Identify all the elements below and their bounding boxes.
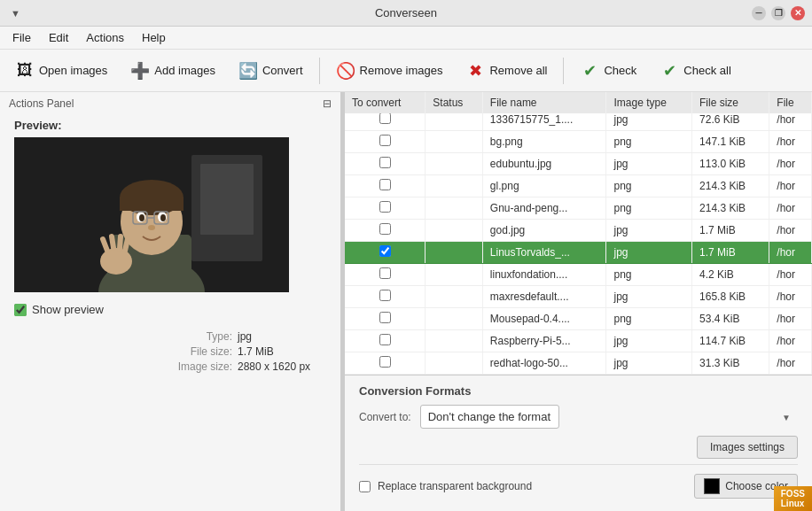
format-select[interactable]: Don't change the format JPG PNG GIF BMP … — [420, 405, 559, 429]
convert-to-row: Convert to: Don't change the format JPG … — [359, 405, 798, 429]
minimize-button[interactable]: ─ — [752, 6, 766, 20]
row-file-path: /hor — [769, 330, 812, 352]
menu-actions[interactable]: Actions — [77, 28, 133, 47]
row-file-path: /hor — [769, 197, 812, 220]
row-filename: bg.png — [482, 131, 606, 153]
table-row[interactable]: linuxfondation....png4.2 KiB/hor — [345, 264, 812, 286]
row-status — [426, 264, 483, 286]
row-checkbox[interactable] — [379, 223, 391, 235]
table-row[interactable]: redhat-logo-50...jpg31.3 KiB/hor — [345, 352, 812, 375]
row-filename: redhat-logo-50... — [482, 352, 606, 375]
row-image-type: jpg — [606, 153, 692, 175]
add-images-icon: ➕ — [130, 61, 150, 81]
row-status — [426, 131, 483, 153]
row-checkbox-cell[interactable] — [345, 197, 426, 220]
images-settings-row: Images settings — [359, 436, 798, 459]
row-file-size: 1.7 MiB — [692, 220, 769, 242]
menu-help[interactable]: Help — [133, 28, 175, 47]
preview-canvas — [14, 137, 289, 292]
row-checkbox-cell[interactable] — [345, 286, 426, 308]
col-file-size: File size — [692, 92, 769, 114]
svg-line-20 — [120, 236, 121, 249]
row-status — [426, 242, 483, 264]
check-label: Check — [604, 64, 636, 77]
images-settings-button[interactable]: Images settings — [697, 436, 798, 459]
convert-button[interactable]: 🔄 Convert — [229, 54, 313, 88]
row-checkbox-cell[interactable] — [345, 264, 426, 286]
table-row[interactable]: bg.pngpng147.1 KiB/hor — [345, 131, 812, 153]
file-table-container[interactable]: To convert Status File name Image type F… — [345, 92, 812, 375]
row-checkbox[interactable] — [379, 245, 391, 257]
row-checkbox-cell[interactable] — [345, 175, 426, 197]
watermark: FOSSLinux — [774, 486, 812, 511]
open-images-button[interactable]: 🖼 Open images — [5, 54, 117, 88]
row-checkbox-cell[interactable] — [345, 131, 426, 153]
row-checkbox[interactable] — [379, 179, 391, 190]
row-checkbox-cell[interactable] — [345, 242, 426, 264]
preview-label: Preview: — [0, 115, 340, 137]
row-file-path: /hor — [769, 286, 812, 308]
table-row[interactable]: Mousepad-0.4....png53.4 KiB/hor — [345, 308, 812, 330]
row-filename: Mousepad-0.4.... — [482, 308, 606, 330]
row-checkbox[interactable] — [379, 157, 391, 168]
row-checkbox-cell[interactable] — [345, 308, 426, 330]
row-file-path: /hor — [769, 352, 812, 375]
row-status — [426, 286, 483, 308]
row-file-size: 113.0 KiB — [692, 153, 769, 175]
row-file-size: 165.8 KiB — [692, 286, 769, 308]
table-row[interactable]: god.jpgjpg1.7 MiB/hor — [345, 220, 812, 242]
row-checkbox[interactable] — [379, 356, 391, 368]
title-bar: ▼ Converseen ─ ❐ ✕ — [0, 0, 812, 27]
row-checkbox[interactable] — [379, 201, 391, 213]
row-filename: LinusTorvalds_... — [482, 242, 606, 264]
row-file-size: 147.1 KiB — [692, 131, 769, 153]
row-image-type: jpg — [606, 286, 692, 308]
col-file: File — [769, 92, 812, 114]
row-status — [426, 197, 483, 220]
table-row[interactable]: Gnu-and-peng...png214.3 KiB/hor — [345, 197, 812, 220]
svg-rect-8 — [120, 197, 183, 211]
row-checkbox[interactable] — [379, 312, 391, 323]
show-preview-checkbox[interactable] — [14, 304, 27, 316]
filesize-label: File size: — [170, 345, 232, 358]
filesize-value: 1.7 MiB — [238, 345, 326, 358]
row-checkbox-cell[interactable] — [345, 220, 426, 242]
close-button[interactable]: ✕ — [791, 6, 805, 20]
app-title: Converseen — [60, 6, 752, 19]
restore-button[interactable]: ❐ — [771, 6, 785, 20]
table-row[interactable]: edubuntu.jpgjpg113.0 KiB/hor — [345, 153, 812, 175]
row-checkbox[interactable] — [379, 334, 391, 345]
menu-edit[interactable]: Edit — [40, 28, 77, 47]
check-button[interactable]: ✔ Check — [570, 54, 646, 88]
table-row[interactable]: maxresdefault....jpg165.8 KiB/hor — [345, 286, 812, 308]
collapse-panel-button[interactable]: ⊟ — [323, 97, 332, 110]
imagesize-label: Image size: — [170, 360, 232, 373]
row-file-size: 214.3 KiB — [692, 175, 769, 197]
check-all-button[interactable]: ✔ Check all — [650, 54, 740, 88]
replace-bg-label[interactable]: Replace transparent background — [378, 480, 532, 492]
remove-all-button[interactable]: ✖ Remove all — [456, 54, 557, 88]
add-images-label: Add images — [154, 64, 215, 77]
table-row[interactable]: LinusTorvalds_...jpg1.7 MiB/hor — [345, 242, 812, 264]
replace-bg-checkbox[interactable] — [359, 481, 371, 492]
show-preview-label[interactable]: Show preview — [32, 303, 104, 316]
file-table-header: To convert Status File name Image type F… — [345, 92, 812, 114]
row-checkbox[interactable] — [379, 112, 391, 124]
row-checkbox[interactable] — [379, 267, 391, 279]
separator — [359, 464, 798, 465]
right-panel: To convert Status File name Image type F… — [345, 92, 812, 511]
remove-images-button[interactable]: 🚫 Remove images — [326, 54, 453, 88]
add-images-button[interactable]: ➕ Add images — [121, 54, 225, 88]
row-filename: Raspberry-Pi-5... — [482, 330, 606, 352]
table-row[interactable]: gl.pngpng214.3 KiB/hor — [345, 175, 812, 197]
row-checkbox-cell[interactable] — [345, 153, 426, 175]
row-checkbox[interactable] — [379, 135, 391, 146]
row-checkbox[interactable] — [379, 290, 391, 301]
row-checkbox-cell[interactable] — [345, 352, 426, 375]
row-checkbox-cell[interactable] — [345, 330, 426, 352]
window-menu-button[interactable]: ▼ — [7, 6, 24, 20]
type-info-row: Type: jpg — [14, 330, 326, 343]
table-row[interactable]: Raspberry-Pi-5...jpg114.7 KiB/hor — [345, 330, 812, 352]
menu-file[interactable]: File — [4, 28, 40, 47]
row-image-type: png — [606, 131, 692, 153]
